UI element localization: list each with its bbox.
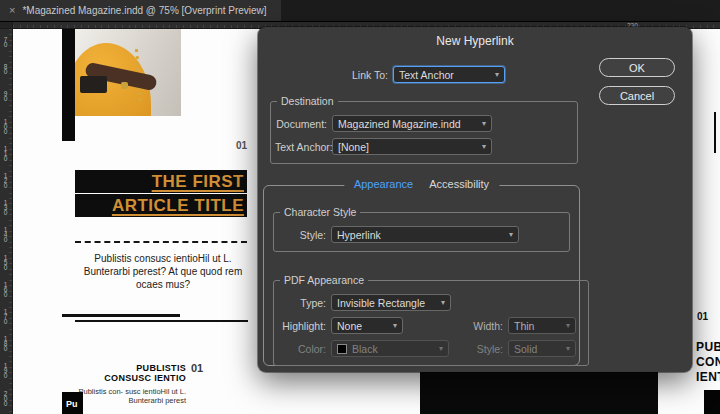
chevron-down-icon: [482, 119, 486, 128]
pdf-style-dropdown: Solid: [508, 340, 576, 357]
width-label: Width:: [449, 320, 503, 332]
ruler-number: 200: [2, 390, 9, 405]
text-anchor-row: Text Anchor: [None]: [275, 138, 569, 155]
link-to-row: Link To: Text Anchor: [258, 66, 505, 83]
ruler-number: 140: [2, 226, 9, 241]
page-footer-box: Pu: [62, 392, 83, 414]
tab-accessibility[interactable]: Accessibility: [429, 178, 489, 190]
highlight-label: Highlight:: [278, 320, 326, 332]
chevron-down-icon: [441, 298, 445, 307]
text-anchor-label: Text Anchor:: [275, 141, 327, 153]
ok-button[interactable]: OK: [599, 58, 675, 77]
document-tab-bar: × *Magazined Magazine.indd @ 75% [Overpr…: [0, 0, 720, 22]
ruler-number: 70: [2, 36, 9, 46]
ruler-corner: [0, 22, 13, 29]
color-swatch: [337, 344, 347, 354]
article-intro-text: Publistis consusc ientioHil ut L. Bunter…: [80, 252, 246, 291]
chevron-down-icon: [482, 142, 486, 151]
page3-number: 01: [697, 311, 708, 322]
ruler-number: 120: [2, 172, 9, 187]
ruler-number: 170: [2, 308, 9, 323]
tab-appearance[interactable]: Appearance: [354, 178, 413, 190]
document-row: Document: Magazined Magazine.indd: [275, 115, 569, 132]
cancel-button[interactable]: Cancel: [599, 86, 675, 105]
horizontal-rule-thick: [62, 314, 180, 317]
photo-watch-shape: [121, 82, 128, 89]
new-hyperlink-dialog: New Hyperlink Link To: Text Anchor OK Ca…: [258, 27, 692, 372]
appearance-tab-panel: Appearance Accessibility Character Style…: [263, 185, 580, 366]
chevron-down-icon: [439, 344, 443, 353]
article-title-line2: ARTICLE TITLE: [75, 194, 247, 217]
page3-headline-fragment: IENT: [696, 370, 720, 384]
close-icon[interactable]: ×: [9, 5, 15, 16]
width-dropdown[interactable]: Thin: [508, 317, 576, 334]
text-anchor-dropdown[interactable]: [None]: [332, 138, 492, 155]
document-tab[interactable]: × *Magazined Magazine.indd @ 75% [Overpr…: [0, 0, 281, 21]
page3-headline-fragment: PUB: [696, 340, 720, 354]
page3-headline-fragment: CON: [696, 355, 720, 369]
color-label: Color:: [278, 343, 326, 355]
color-style-row: Color: Black Style: Solid: [278, 340, 576, 357]
dashed-rule: [75, 241, 247, 243]
document-label: Document:: [275, 118, 327, 130]
character-style-legend: Character Style: [280, 206, 360, 218]
ruler-number: 180: [2, 335, 9, 350]
ruler-number: 80: [2, 63, 9, 73]
page-left-black-margin: [62, 29, 75, 141]
link-to-label: Link To:: [258, 69, 388, 81]
article-title-line1: THE FIRST: [75, 170, 247, 193]
article-photo: [75, 29, 181, 116]
ruler-number: 160: [2, 281, 9, 296]
type-row: Type: Invisible Rectangle: [278, 294, 576, 311]
character-style-group: Character Style Style: Hyperlink: [273, 206, 570, 252]
style-label: Style:: [278, 229, 326, 241]
ruler-number: 90: [2, 90, 9, 100]
story2-title-line2: CONSUSC IENTIO: [61, 373, 186, 383]
color-dropdown: Black: [331, 340, 449, 357]
horizontal-rule-thin: [75, 320, 248, 322]
destination-group: Destination Document: Magazined Magazine…: [270, 95, 578, 164]
document-dropdown[interactable]: Magazined Magazine.indd: [332, 115, 492, 132]
pdf-appearance-legend: PDF Appearance: [280, 274, 368, 286]
page3-edge-mark: [714, 112, 716, 153]
photo-camera-shape: [80, 76, 107, 93]
ruler-number: 150: [2, 254, 9, 269]
article-number: 01: [225, 140, 247, 151]
footer-fragment: Pu: [66, 399, 78, 409]
chevron-down-icon: [509, 230, 513, 239]
pdf-appearance-group: PDF Appearance Type: Invisible Rectangle…: [273, 274, 589, 366]
story2-title-line1: PUBLISTIS: [61, 363, 186, 373]
highlight-width-row: Highlight: None Width: Thin: [278, 317, 576, 334]
indesign-window: × *Magazined Magazine.indd @ 75% [Overpr…: [0, 0, 720, 414]
dialog-title: New Hyperlink: [258, 34, 692, 48]
chevron-down-icon: [393, 321, 397, 330]
page2-black-spread: [420, 369, 658, 414]
story2-number: 01: [191, 362, 203, 374]
type-dropdown[interactable]: Invisible Rectangle: [331, 294, 451, 311]
page3-black-box: [704, 390, 720, 414]
chevron-down-icon: [566, 321, 570, 330]
character-style-dropdown[interactable]: Hyperlink: [331, 226, 519, 243]
chevron-down-icon: [566, 344, 570, 353]
document-tab-title: *Magazined Magazine.indd @ 75% [Overprin…: [22, 5, 266, 16]
ruler-number: 100: [2, 118, 9, 133]
char-style-row: Style: Hyperlink: [278, 226, 557, 243]
pdf-style-label: Style:: [449, 343, 503, 355]
ruler-number: 130: [2, 199, 9, 214]
vertical-ruler: 708090100110120130140150160170180190200: [0, 29, 13, 414]
type-label: Type:: [278, 297, 326, 309]
link-to-dropdown[interactable]: Text Anchor: [393, 66, 505, 83]
ruler-number: 190: [2, 362, 9, 377]
highlight-dropdown[interactable]: None: [331, 317, 403, 334]
chevron-down-icon: [495, 70, 499, 79]
destination-legend: Destination: [277, 95, 338, 107]
dialog-tabs: Appearance Accessibility: [344, 178, 499, 190]
ruler-number: 110: [2, 145, 9, 160]
